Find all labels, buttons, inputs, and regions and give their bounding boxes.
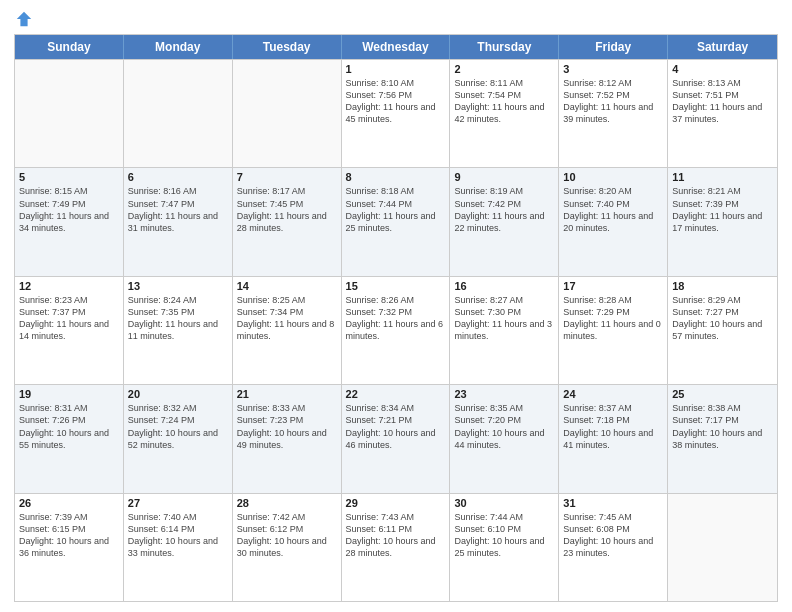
- day-number: 6: [128, 171, 228, 183]
- day-info: Sunrise: 8:32 AM Sunset: 7:24 PM Dayligh…: [128, 402, 228, 451]
- day-info: Sunrise: 8:34 AM Sunset: 7:21 PM Dayligh…: [346, 402, 446, 451]
- day-info: Sunrise: 8:15 AM Sunset: 7:49 PM Dayligh…: [19, 185, 119, 234]
- day-number: 27: [128, 497, 228, 509]
- day-info: Sunrise: 7:44 AM Sunset: 6:10 PM Dayligh…: [454, 511, 554, 560]
- day-info: Sunrise: 8:28 AM Sunset: 7:29 PM Dayligh…: [563, 294, 663, 343]
- day-number: 24: [563, 388, 663, 400]
- day-info: Sunrise: 8:18 AM Sunset: 7:44 PM Dayligh…: [346, 185, 446, 234]
- header-day-sunday: Sunday: [15, 35, 124, 59]
- header-day-wednesday: Wednesday: [342, 35, 451, 59]
- logo-icon: [15, 10, 33, 28]
- day-info: Sunrise: 8:11 AM Sunset: 7:54 PM Dayligh…: [454, 77, 554, 126]
- day-number: 19: [19, 388, 119, 400]
- day-info: Sunrise: 8:38 AM Sunset: 7:17 PM Dayligh…: [672, 402, 773, 451]
- day-number: 9: [454, 171, 554, 183]
- cal-cell: 23Sunrise: 8:35 AM Sunset: 7:20 PM Dayli…: [450, 385, 559, 492]
- day-number: 14: [237, 280, 337, 292]
- day-number: 4: [672, 63, 773, 75]
- cal-cell: 21Sunrise: 8:33 AM Sunset: 7:23 PM Dayli…: [233, 385, 342, 492]
- day-info: Sunrise: 8:25 AM Sunset: 7:34 PM Dayligh…: [237, 294, 337, 343]
- cal-cell: 17Sunrise: 8:28 AM Sunset: 7:29 PM Dayli…: [559, 277, 668, 384]
- logo: [14, 10, 33, 28]
- day-number: 17: [563, 280, 663, 292]
- day-number: 21: [237, 388, 337, 400]
- cal-cell: [233, 60, 342, 167]
- day-number: 3: [563, 63, 663, 75]
- day-info: Sunrise: 8:24 AM Sunset: 7:35 PM Dayligh…: [128, 294, 228, 343]
- cal-cell: 4Sunrise: 8:13 AM Sunset: 7:51 PM Daylig…: [668, 60, 777, 167]
- day-number: 26: [19, 497, 119, 509]
- day-info: Sunrise: 8:27 AM Sunset: 7:30 PM Dayligh…: [454, 294, 554, 343]
- day-info: Sunrise: 8:19 AM Sunset: 7:42 PM Dayligh…: [454, 185, 554, 234]
- cal-cell: 26Sunrise: 7:39 AM Sunset: 6:15 PM Dayli…: [15, 494, 124, 601]
- day-info: Sunrise: 7:43 AM Sunset: 6:11 PM Dayligh…: [346, 511, 446, 560]
- cal-cell: 28Sunrise: 7:42 AM Sunset: 6:12 PM Dayli…: [233, 494, 342, 601]
- day-info: Sunrise: 8:31 AM Sunset: 7:26 PM Dayligh…: [19, 402, 119, 451]
- calendar-body: 1Sunrise: 8:10 AM Sunset: 7:56 PM Daylig…: [15, 59, 777, 601]
- cal-cell: 18Sunrise: 8:29 AM Sunset: 7:27 PM Dayli…: [668, 277, 777, 384]
- day-info: Sunrise: 8:13 AM Sunset: 7:51 PM Dayligh…: [672, 77, 773, 126]
- day-number: 28: [237, 497, 337, 509]
- day-number: 18: [672, 280, 773, 292]
- day-info: Sunrise: 8:37 AM Sunset: 7:18 PM Dayligh…: [563, 402, 663, 451]
- day-info: Sunrise: 8:33 AM Sunset: 7:23 PM Dayligh…: [237, 402, 337, 451]
- day-number: 31: [563, 497, 663, 509]
- cal-cell: 12Sunrise: 8:23 AM Sunset: 7:37 PM Dayli…: [15, 277, 124, 384]
- calendar: SundayMondayTuesdayWednesdayThursdayFrid…: [14, 34, 778, 602]
- cal-cell: 25Sunrise: 8:38 AM Sunset: 7:17 PM Dayli…: [668, 385, 777, 492]
- day-info: Sunrise: 8:23 AM Sunset: 7:37 PM Dayligh…: [19, 294, 119, 343]
- day-info: Sunrise: 8:29 AM Sunset: 7:27 PM Dayligh…: [672, 294, 773, 343]
- cal-cell: 27Sunrise: 7:40 AM Sunset: 6:14 PM Dayli…: [124, 494, 233, 601]
- header-day-thursday: Thursday: [450, 35, 559, 59]
- cal-cell: 10Sunrise: 8:20 AM Sunset: 7:40 PM Dayli…: [559, 168, 668, 275]
- cal-cell: 20Sunrise: 8:32 AM Sunset: 7:24 PM Dayli…: [124, 385, 233, 492]
- day-info: Sunrise: 8:17 AM Sunset: 7:45 PM Dayligh…: [237, 185, 337, 234]
- day-info: Sunrise: 7:42 AM Sunset: 6:12 PM Dayligh…: [237, 511, 337, 560]
- cal-week-5: 26Sunrise: 7:39 AM Sunset: 6:15 PM Dayli…: [15, 493, 777, 601]
- day-number: 5: [19, 171, 119, 183]
- day-info: Sunrise: 8:26 AM Sunset: 7:32 PM Dayligh…: [346, 294, 446, 343]
- cal-week-3: 12Sunrise: 8:23 AM Sunset: 7:37 PM Dayli…: [15, 276, 777, 384]
- day-info: Sunrise: 7:39 AM Sunset: 6:15 PM Dayligh…: [19, 511, 119, 560]
- cal-cell: [15, 60, 124, 167]
- cal-cell: 15Sunrise: 8:26 AM Sunset: 7:32 PM Dayli…: [342, 277, 451, 384]
- day-info: Sunrise: 8:16 AM Sunset: 7:47 PM Dayligh…: [128, 185, 228, 234]
- cal-cell: 9Sunrise: 8:19 AM Sunset: 7:42 PM Daylig…: [450, 168, 559, 275]
- cal-cell: 16Sunrise: 8:27 AM Sunset: 7:30 PM Dayli…: [450, 277, 559, 384]
- day-info: Sunrise: 8:10 AM Sunset: 7:56 PM Dayligh…: [346, 77, 446, 126]
- day-number: 22: [346, 388, 446, 400]
- cal-cell: [124, 60, 233, 167]
- cal-week-2: 5Sunrise: 8:15 AM Sunset: 7:49 PM Daylig…: [15, 167, 777, 275]
- cal-cell: 8Sunrise: 8:18 AM Sunset: 7:44 PM Daylig…: [342, 168, 451, 275]
- cal-cell: [668, 494, 777, 601]
- cal-cell: 13Sunrise: 8:24 AM Sunset: 7:35 PM Dayli…: [124, 277, 233, 384]
- cal-week-1: 1Sunrise: 8:10 AM Sunset: 7:56 PM Daylig…: [15, 59, 777, 167]
- day-number: 16: [454, 280, 554, 292]
- day-number: 29: [346, 497, 446, 509]
- cal-cell: 2Sunrise: 8:11 AM Sunset: 7:54 PM Daylig…: [450, 60, 559, 167]
- day-number: 10: [563, 171, 663, 183]
- cal-cell: 29Sunrise: 7:43 AM Sunset: 6:11 PM Dayli…: [342, 494, 451, 601]
- day-info: Sunrise: 8:12 AM Sunset: 7:52 PM Dayligh…: [563, 77, 663, 126]
- header: [14, 10, 778, 28]
- cal-cell: 1Sunrise: 8:10 AM Sunset: 7:56 PM Daylig…: [342, 60, 451, 167]
- day-number: 2: [454, 63, 554, 75]
- cal-cell: 24Sunrise: 8:37 AM Sunset: 7:18 PM Dayli…: [559, 385, 668, 492]
- cal-cell: 7Sunrise: 8:17 AM Sunset: 7:45 PM Daylig…: [233, 168, 342, 275]
- cal-week-4: 19Sunrise: 8:31 AM Sunset: 7:26 PM Dayli…: [15, 384, 777, 492]
- page: SundayMondayTuesdayWednesdayThursdayFrid…: [0, 0, 792, 612]
- svg-marker-0: [17, 12, 31, 26]
- calendar-header: SundayMondayTuesdayWednesdayThursdayFrid…: [15, 35, 777, 59]
- day-number: 11: [672, 171, 773, 183]
- day-info: Sunrise: 8:21 AM Sunset: 7:39 PM Dayligh…: [672, 185, 773, 234]
- cal-cell: 5Sunrise: 8:15 AM Sunset: 7:49 PM Daylig…: [15, 168, 124, 275]
- cal-cell: 14Sunrise: 8:25 AM Sunset: 7:34 PM Dayli…: [233, 277, 342, 384]
- day-info: Sunrise: 7:45 AM Sunset: 6:08 PM Dayligh…: [563, 511, 663, 560]
- header-day-monday: Monday: [124, 35, 233, 59]
- cal-cell: 3Sunrise: 8:12 AM Sunset: 7:52 PM Daylig…: [559, 60, 668, 167]
- day-number: 8: [346, 171, 446, 183]
- day-info: Sunrise: 7:40 AM Sunset: 6:14 PM Dayligh…: [128, 511, 228, 560]
- day-number: 13: [128, 280, 228, 292]
- cal-cell: 19Sunrise: 8:31 AM Sunset: 7:26 PM Dayli…: [15, 385, 124, 492]
- cal-cell: 22Sunrise: 8:34 AM Sunset: 7:21 PM Dayli…: [342, 385, 451, 492]
